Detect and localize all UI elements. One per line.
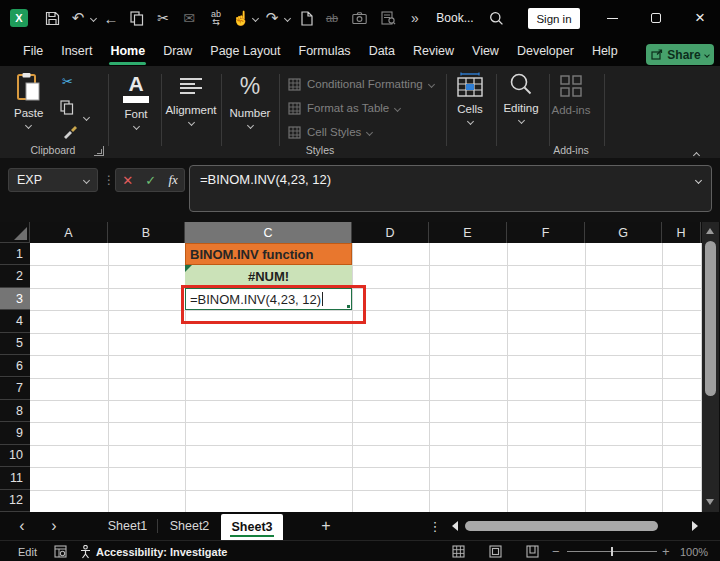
row-header-1[interactable]: 1 [0,243,30,265]
back-icon[interactable]: ← [102,0,120,36]
sheet-tab-sheet3[interactable]: Sheet3 [221,514,283,540]
styles-item-cell-styles[interactable]: Cell Styles [288,124,372,140]
touch-mode-dropdown-icon[interactable] [250,0,260,36]
ribbon-tab-view[interactable]: View [463,38,508,64]
undo-dropdown-icon[interactable] [88,0,98,36]
cut-icon[interactable]: ✂ [155,0,171,36]
row-header-3[interactable]: 3 [0,288,30,310]
vertical-scrollbar[interactable] [702,222,719,512]
touch-mode-icon[interactable]: ☝ [234,0,248,36]
row-header-2[interactable]: 2 [0,265,30,287]
column-header-F[interactable]: F [507,222,585,243]
ribbon-tab-formulas[interactable]: Formulas [290,38,360,64]
hscroll-left-icon[interactable] [452,521,458,531]
hscroll-right-icon[interactable] [692,521,698,531]
sheet-menu-icon[interactable]: ⋮ [428,512,442,540]
insert-function-button[interactable]: fx [168,172,177,188]
maximize-button[interactable] [644,0,668,36]
row-header-10[interactable]: 10 [0,445,30,467]
cells-menu-button[interactable]: Cells [448,72,492,124]
row-header-5[interactable]: 5 [0,333,30,355]
enter-button[interactable]: ✓ [145,173,156,188]
clipboard-dialog-launcher-icon[interactable] [94,146,104,156]
copy-icon[interactable] [128,0,146,36]
redo-icon[interactable]: ↷ [264,0,280,36]
strikethrough-icon[interactable]: ab [322,0,342,36]
camera-icon[interactable] [350,0,368,36]
row-header-6[interactable]: 6 [0,355,30,377]
column-header-H[interactable]: H [662,222,701,243]
sheet-tab-sheet1[interactable]: Sheet1 [100,512,155,540]
scroll-up-icon[interactable] [706,228,714,234]
ribbon-tab-home[interactable]: Home [101,38,154,64]
zoom-out-button[interactable]: − [552,541,560,561]
sign-in-button[interactable]: Sign in [528,8,580,29]
ribbon-tab-developer[interactable]: Developer [508,38,583,64]
row-header-8[interactable]: 8 [0,400,30,422]
sheet-tab-sheet2[interactable]: Sheet2 [162,512,217,540]
column-header-E[interactable]: E [429,222,507,243]
macro-record-icon[interactable] [54,541,67,561]
font-menu-button[interactable]: A Font [112,74,160,129]
copy-dropdown-icon[interactable] [84,106,89,124]
vertical-scroll-thumb[interactable] [705,241,716,396]
ribbon-tab-draw[interactable]: Draw [154,38,201,64]
format-painter-button[interactable] [62,124,78,144]
mail-icon[interactable]: ✉ [180,0,198,36]
styles-item-format-as-table[interactable]: Format as Table [288,100,400,116]
ribbon-tab-data[interactable]: Data [360,38,404,64]
new-file-icon[interactable] [298,0,316,36]
document-title[interactable]: Book... [432,0,478,36]
ribbon-tab-insert[interactable]: Insert [52,38,101,64]
row-header-4[interactable]: 4 [0,310,30,332]
sheet-nav-right-icon[interactable]: › [44,512,64,540]
zoom-in-button[interactable]: + [662,541,670,561]
page-layout-view-button[interactable] [489,541,502,561]
row-header-11[interactable]: 11 [0,467,30,489]
close-button[interactable]: × [688,0,712,36]
normal-view-button[interactable] [452,541,465,561]
column-header-B[interactable]: B [108,222,185,243]
row-header-9[interactable]: 9 [0,422,30,444]
horizontal-scroll-thumb[interactable] [465,521,658,531]
name-box-resize-handle[interactable]: ⋮ [103,168,115,192]
more-commands-icon[interactable]: » [408,0,422,36]
minimize-button[interactable] [600,0,624,36]
add-ins-button[interactable]: Add-ins [549,74,593,116]
scroll-down-icon[interactable] [706,499,714,505]
column-header-D[interactable]: D [352,222,429,243]
select-all-corner[interactable] [0,222,30,243]
excel-logo[interactable]: X [10,9,28,27]
undo-icon[interactable]: ↶ [70,0,86,36]
editing-menu-button[interactable]: Editing [496,72,546,123]
row-header-7[interactable]: 7 [0,378,30,400]
accessibility-status[interactable]: Accessibility: Investigate [80,541,227,561]
cell-C1[interactable]: BINOM.INV function [185,243,352,265]
zoom-slider-thumb[interactable] [611,547,613,556]
cut-button[interactable]: ✂ [62,74,73,89]
ribbon-tab-review[interactable]: Review [404,38,463,64]
find-replace-icon[interactable]: ab⇆ [207,0,225,36]
share-button[interactable]: Share [646,44,714,65]
number-menu-button[interactable]: % Number [224,74,276,128]
styles-item-conditional-formatting[interactable]: Conditional Formatting [288,76,434,92]
zoom-level[interactable]: 100% [680,541,708,561]
column-header-G[interactable]: G [585,222,662,243]
page-break-view-button[interactable] [526,541,539,561]
paste-button[interactable]: Paste [14,72,43,128]
name-box[interactable]: EXP [8,168,98,192]
row-header-12[interactable]: 12 [0,490,30,512]
cancel-button[interactable]: ✕ [122,173,133,188]
redo-dropdown-icon[interactable] [282,0,292,36]
save-icon[interactable] [42,0,62,36]
ribbon-tab-file[interactable]: File [14,38,52,64]
formula-input[interactable]: =BINOM.INV(4,23, 12) [189,165,712,212]
column-header-C[interactable]: C [185,222,352,243]
alignment-menu-button[interactable]: Alignment [163,78,219,125]
document-inspect-icon[interactable] [378,0,398,36]
expand-formula-bar-button[interactable] [695,177,702,184]
search-icon[interactable] [486,0,506,36]
column-header-A[interactable]: A [30,222,108,243]
copy-button[interactable] [60,100,74,119]
ribbon-tab-help[interactable]: Help [583,38,627,64]
